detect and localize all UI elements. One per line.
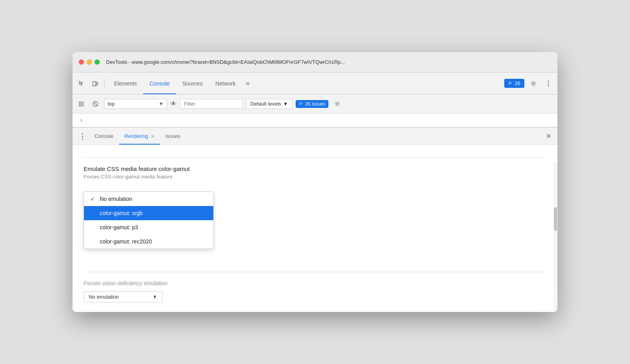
tab-console[interactable]: Console	[143, 72, 176, 94]
chevron-icon: ›	[79, 117, 82, 123]
check-icon: ✓	[90, 196, 97, 202]
vision-deficiency-dropdown[interactable]: No emulation ▼	[84, 291, 162, 303]
window-title: DevTools - www.google.com/chrome/?brand=…	[106, 59, 551, 65]
eye-icon[interactable]: 👁	[170, 100, 177, 108]
drawer-tab-rendering[interactable]: Rendering ✕	[119, 128, 160, 145]
scrollbar-thumb[interactable]	[554, 207, 557, 231]
tab-more-button[interactable]: »	[242, 79, 253, 87]
dropdown-item-rec2020[interactable]: color-gamut: rec2020	[84, 234, 213, 249]
color-gamut-dropdown-menu[interactable]: ✓ No emulation color-gamut: srgb color-g…	[84, 191, 214, 249]
svg-point-4	[548, 83, 549, 84]
block-icon-button[interactable]	[90, 98, 101, 110]
drawer-tab-console[interactable]: Console	[89, 128, 119, 145]
close-button[interactable]	[79, 59, 84, 65]
toolbar-separator	[104, 79, 104, 88]
minimize-button[interactable]	[87, 59, 92, 65]
toolbar-right: 🏳 26	[504, 78, 554, 89]
inspect-element-button[interactable]	[76, 78, 88, 89]
scrollbar-track	[554, 162, 557, 312]
svg-point-2	[533, 82, 535, 84]
dropdown-item-no-emulation[interactable]: ✓ No emulation	[84, 192, 213, 206]
issues-badge-sm[interactable]: 🏳 26 Issues	[296, 100, 328, 108]
section-title: Emulate CSS media feature color-gamut	[84, 165, 546, 172]
vision-deficiency-desc: Forces vision deficiency emulation	[84, 280, 546, 286]
rendering-content: Emulate CSS media feature color-gamut Fo…	[73, 145, 557, 312]
settings-button[interactable]	[527, 78, 539, 89]
drawer-tab-issues[interactable]: Issues	[160, 128, 186, 145]
drawer: ⋮ Console Rendering ✕ Issues ✕ Emulate C…	[73, 127, 557, 312]
svg-point-11	[336, 103, 338, 105]
main-tab-nav: Elements Console Sources Network »	[108, 72, 503, 94]
device-toolbar-button[interactable]	[89, 78, 101, 89]
tab-elements[interactable]: Elements	[108, 72, 143, 94]
drawer-menu-button[interactable]: ⋮	[76, 132, 89, 141]
issues-sm-icon: 🏳	[299, 101, 304, 107]
default-levels-button[interactable]: Default levels ▼	[246, 99, 293, 109]
svg-point-5	[548, 85, 549, 86]
filter-input[interactable]	[180, 99, 243, 109]
issues-icon: 🏳	[508, 81, 513, 86]
issues-badge[interactable]: 🏳 26	[504, 79, 524, 88]
frame-selector[interactable]: top ▼	[104, 99, 167, 109]
title-bar: DevTools - www.google.com/chrome/?brand=…	[73, 52, 557, 72]
devtools-toolbar: Elements Console Sources Network » 🏳 26	[73, 72, 557, 95]
devtools-window: DevTools - www.google.com/chrome/?brand=…	[73, 52, 557, 312]
tab-sources[interactable]: Sources	[176, 72, 209, 94]
tab-network[interactable]: Network	[209, 72, 242, 94]
maximize-button[interactable]	[95, 59, 100, 65]
drawer-close-button[interactable]: ✕	[543, 132, 554, 140]
svg-rect-1	[96, 82, 98, 85]
drawer-tab-close-button[interactable]: ✕	[151, 134, 155, 139]
section-desc: Forces CSS color-gamut media feature	[84, 174, 546, 180]
svg-point-3	[548, 80, 549, 82]
dropdown-item-srgb[interactable]: color-gamut: srgb	[84, 206, 213, 220]
svg-rect-0	[93, 82, 96, 86]
dropdown-item-p3[interactable]: color-gamut: p3	[84, 220, 213, 234]
traffic-lights	[79, 59, 100, 65]
clear-console-button[interactable]	[76, 98, 87, 110]
more-options-button[interactable]	[542, 78, 554, 89]
console-toolbar: top ▼ 👁 Default levels ▼ 🏳 26 Issues	[73, 95, 557, 113]
svg-line-10	[94, 102, 97, 106]
console-settings-button[interactable]	[332, 98, 343, 110]
drawer-tabs: ⋮ Console Rendering ✕ Issues ✕	[73, 128, 557, 145]
